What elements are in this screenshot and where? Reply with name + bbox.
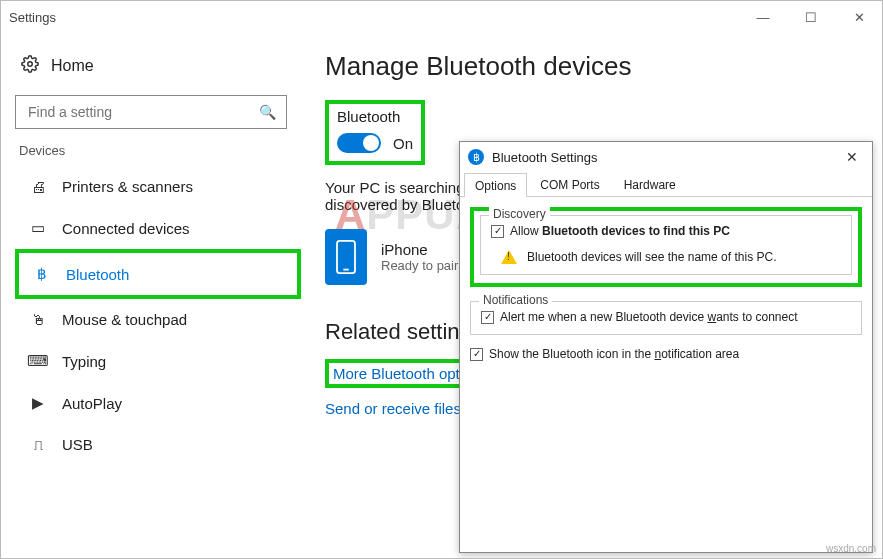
tab-com-ports[interactable]: COM Ports xyxy=(529,172,610,196)
window-title: Settings xyxy=(9,10,748,25)
bluetooth-icon: ฿ xyxy=(32,265,52,283)
search-box[interactable]: 🔍 xyxy=(15,95,287,129)
home-nav[interactable]: Home xyxy=(15,45,301,87)
dialog-close-button[interactable]: ✕ xyxy=(840,147,864,167)
settings-window: Settings — ☐ ✕ Home 🔍 Devices 🖨 Printer xyxy=(0,0,883,559)
nav-mouse[interactable]: 🖱 Mouse & touchpad xyxy=(15,299,301,340)
alert-row[interactable]: Alert me when a new Bluetooth device wan… xyxy=(481,310,851,324)
show-icon-label: Show the Bluetooth icon in the notificat… xyxy=(489,347,739,361)
page-title: Manage Bluetooth devices xyxy=(325,51,858,82)
mouse-icon: 🖱 xyxy=(28,311,48,328)
maximize-button[interactable]: ☐ xyxy=(796,10,826,25)
dialog-titlebar: ฿ Bluetooth Settings ✕ xyxy=(460,142,872,172)
nav-mouse-label: Mouse & touchpad xyxy=(62,311,187,328)
nav-connected-devices[interactable]: ▭ Connected devices xyxy=(15,207,301,249)
dialog-title: Bluetooth Settings xyxy=(492,150,598,165)
nav-printers-label: Printers & scanners xyxy=(62,178,193,195)
search-input[interactable] xyxy=(26,103,259,121)
discovery-group: Discovery Allow Bluetooth devices to fin… xyxy=(480,215,852,275)
svg-point-0 xyxy=(28,62,33,67)
device-status: Ready to pair xyxy=(381,258,458,273)
discovery-warning-text: Bluetooth devices will see the name of t… xyxy=(527,250,776,264)
highlight-bluetooth-nav: ฿ Bluetooth xyxy=(15,249,301,299)
nav-bluetooth-label: Bluetooth xyxy=(66,266,129,283)
notifications-group: Notifications Alert me when a new Blueto… xyxy=(470,301,862,335)
notifications-legend: Notifications xyxy=(479,293,552,307)
bluetooth-toggle-label: Bluetooth xyxy=(337,108,413,125)
nav-autoplay[interactable]: ▶ AutoPlay xyxy=(15,382,301,424)
home-label: Home xyxy=(51,57,94,75)
alert-label: Alert me when a new Bluetooth device wan… xyxy=(500,310,798,324)
phone-icon xyxy=(325,229,367,285)
connected-devices-icon: ▭ xyxy=(28,219,48,237)
svg-rect-1 xyxy=(337,241,355,273)
keyboard-icon: ⌨ xyxy=(28,352,48,370)
search-icon: 🔍 xyxy=(259,104,276,120)
nav-usb-label: USB xyxy=(62,436,93,453)
nav-connected-label: Connected devices xyxy=(62,220,190,237)
bluetooth-state: On xyxy=(393,135,413,152)
corner-watermark: wsxdn.com xyxy=(826,543,876,554)
gear-icon xyxy=(21,55,39,77)
usb-icon: ⎍ xyxy=(28,436,48,453)
allow-discovery-row[interactable]: Allow Bluetooth devices to find this PC xyxy=(491,224,841,238)
titlebar: Settings — ☐ ✕ xyxy=(1,1,882,33)
nav-bluetooth[interactable]: ฿ Bluetooth xyxy=(19,253,297,295)
discovery-warning: Bluetooth devices will see the name of t… xyxy=(491,250,841,264)
highlight-discovery-group: Discovery Allow Bluetooth devices to fin… xyxy=(470,207,862,287)
bluetooth-settings-dialog: ฿ Bluetooth Settings ✕ Options COM Ports… xyxy=(459,141,873,553)
bluetooth-toggle[interactable] xyxy=(337,133,381,153)
autoplay-icon: ▶ xyxy=(28,394,48,412)
nav-typing-label: Typing xyxy=(62,353,106,370)
nav-printers[interactable]: 🖨 Printers & scanners xyxy=(15,166,301,207)
sidebar: Home 🔍 Devices 🖨 Printers & scanners ▭ C… xyxy=(1,33,301,558)
tab-options[interactable]: Options xyxy=(464,173,527,197)
tab-hardware[interactable]: Hardware xyxy=(613,172,687,196)
window-controls: — ☐ ✕ xyxy=(748,10,874,25)
minimize-button[interactable]: — xyxy=(748,10,778,25)
dialog-tabs: Options COM Ports Hardware xyxy=(460,172,872,197)
printer-icon: 🖨 xyxy=(28,178,48,195)
alert-checkbox[interactable] xyxy=(481,311,494,324)
bluetooth-glyph-icon: ฿ xyxy=(468,149,484,165)
show-icon-row[interactable]: Show the Bluetooth icon in the notificat… xyxy=(470,347,862,361)
nav-autoplay-label: AutoPlay xyxy=(62,395,122,412)
close-button[interactable]: ✕ xyxy=(844,10,874,25)
dialog-body: Discovery Allow Bluetooth devices to fin… xyxy=(460,197,872,552)
show-icon-checkbox[interactable] xyxy=(470,348,483,361)
warning-icon xyxy=(501,250,517,264)
devices-section-label: Devices xyxy=(19,143,301,158)
nav-usb[interactable]: ⎍ USB xyxy=(15,424,301,465)
allow-discovery-label: Allow Bluetooth devices to find this PC xyxy=(510,224,730,238)
discovery-legend: Discovery xyxy=(489,207,550,221)
highlight-bt-toggle: Bluetooth On xyxy=(325,100,425,165)
allow-discovery-checkbox[interactable] xyxy=(491,225,504,238)
nav-typing[interactable]: ⌨ Typing xyxy=(15,340,301,382)
device-name: iPhone xyxy=(381,241,458,258)
